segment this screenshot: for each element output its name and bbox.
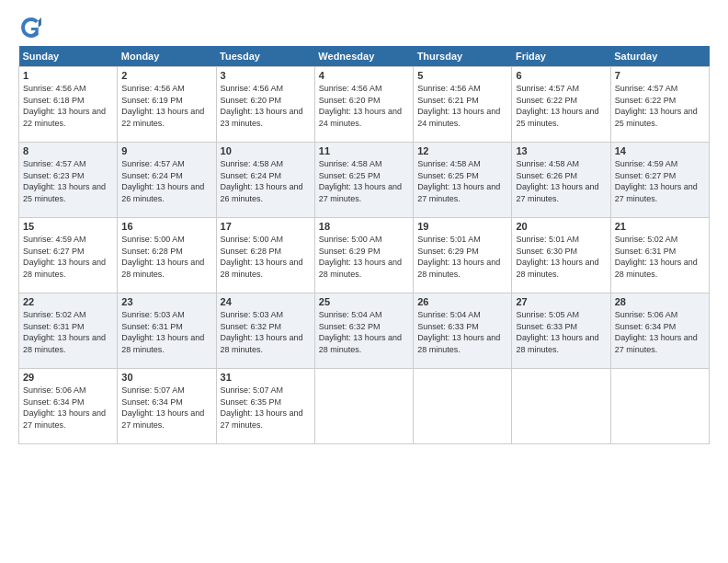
day-cell-17: 17Sunrise: 5:00 AMSunset: 6:28 PMDayligh… bbox=[216, 218, 314, 293]
day-info: Sunrise: 5:04 AMSunset: 6:33 PMDaylight:… bbox=[417, 309, 507, 355]
day-number: 12 bbox=[417, 145, 507, 156]
day-info: Sunrise: 4:56 AMSunset: 6:21 PMDaylight:… bbox=[417, 83, 507, 129]
day-cell-18: 18Sunrise: 5:00 AMSunset: 6:29 PMDayligh… bbox=[314, 218, 413, 293]
empty-cell bbox=[610, 369, 709, 444]
day-number: 31 bbox=[221, 372, 311, 383]
week-row-1: 1Sunrise: 4:56 AMSunset: 6:18 PMDaylight… bbox=[19, 67, 710, 143]
day-number: 2 bbox=[121, 70, 211, 81]
day-cell-8: 8Sunrise: 4:57 AMSunset: 6:23 PMDaylight… bbox=[19, 143, 118, 218]
day-cell-13: 13Sunrise: 4:58 AMSunset: 6:26 PMDayligh… bbox=[512, 143, 610, 218]
day-info: Sunrise: 5:03 AMSunset: 6:31 PMDaylight:… bbox=[121, 309, 211, 355]
header bbox=[18, 15, 710, 40]
day-cell-3: 3Sunrise: 4:56 AMSunset: 6:20 PMDaylight… bbox=[216, 67, 314, 143]
day-number: 17 bbox=[221, 221, 311, 232]
day-info: Sunrise: 4:58 AMSunset: 6:26 PMDaylight:… bbox=[516, 158, 606, 204]
day-info: Sunrise: 5:07 AMSunset: 6:35 PMDaylight:… bbox=[221, 385, 311, 431]
day-number: 29 bbox=[23, 372, 113, 383]
day-info: Sunrise: 5:00 AMSunset: 6:29 PMDaylight:… bbox=[319, 234, 409, 280]
week-row-2: 8Sunrise: 4:57 AMSunset: 6:23 PMDaylight… bbox=[19, 143, 710, 218]
day-number: 26 bbox=[417, 296, 507, 307]
day-info: Sunrise: 4:56 AMSunset: 6:20 PMDaylight:… bbox=[221, 83, 311, 129]
day-info: Sunrise: 4:58 AMSunset: 6:25 PMDaylight:… bbox=[319, 158, 409, 204]
day-info: Sunrise: 4:57 AMSunset: 6:23 PMDaylight:… bbox=[23, 158, 113, 204]
col-header-monday: Monday bbox=[118, 46, 216, 67]
day-number: 23 bbox=[121, 296, 211, 307]
col-header-tuesday: Tuesday bbox=[216, 46, 314, 67]
day-info: Sunrise: 4:58 AMSunset: 6:25 PMDaylight:… bbox=[417, 158, 507, 204]
day-number: 28 bbox=[615, 296, 705, 307]
day-info: Sunrise: 5:00 AMSunset: 6:28 PMDaylight:… bbox=[121, 234, 211, 280]
day-number: 10 bbox=[221, 145, 311, 156]
day-cell-6: 6Sunrise: 4:57 AMSunset: 6:22 PMDaylight… bbox=[512, 67, 610, 143]
col-header-sunday: Sunday bbox=[19, 46, 118, 67]
day-number: 18 bbox=[319, 221, 409, 232]
day-info: Sunrise: 5:07 AMSunset: 6:34 PMDaylight:… bbox=[121, 385, 211, 431]
day-cell-1: 1Sunrise: 4:56 AMSunset: 6:18 PMDaylight… bbox=[19, 67, 118, 143]
day-number: 15 bbox=[23, 221, 113, 232]
day-number: 25 bbox=[319, 296, 409, 307]
logo bbox=[18, 15, 48, 40]
day-info: Sunrise: 5:00 AMSunset: 6:28 PMDaylight:… bbox=[221, 234, 311, 280]
day-cell-19: 19Sunrise: 5:01 AMSunset: 6:29 PMDayligh… bbox=[414, 218, 512, 293]
day-cell-15: 15Sunrise: 4:59 AMSunset: 6:27 PMDayligh… bbox=[19, 218, 118, 293]
day-number: 3 bbox=[221, 70, 311, 81]
day-cell-11: 11Sunrise: 4:58 AMSunset: 6:25 PMDayligh… bbox=[314, 143, 413, 218]
day-number: 1 bbox=[23, 70, 113, 81]
day-info: Sunrise: 5:06 AMSunset: 6:34 PMDaylight:… bbox=[615, 309, 705, 355]
day-number: 13 bbox=[516, 145, 606, 156]
day-cell-20: 20Sunrise: 5:01 AMSunset: 6:30 PMDayligh… bbox=[512, 218, 610, 293]
day-cell-26: 26Sunrise: 5:04 AMSunset: 6:33 PMDayligh… bbox=[414, 293, 512, 369]
day-number: 24 bbox=[221, 296, 311, 307]
day-info: Sunrise: 5:01 AMSunset: 6:30 PMDaylight:… bbox=[516, 234, 606, 280]
col-header-friday: Friday bbox=[512, 46, 610, 67]
day-number: 8 bbox=[23, 145, 113, 156]
logo-icon bbox=[18, 15, 44, 40]
week-row-5: 29Sunrise: 5:06 AMSunset: 6:34 PMDayligh… bbox=[19, 369, 710, 444]
empty-cell bbox=[414, 369, 512, 444]
day-cell-14: 14Sunrise: 4:59 AMSunset: 6:27 PMDayligh… bbox=[610, 143, 709, 218]
day-info: Sunrise: 4:56 AMSunset: 6:18 PMDaylight:… bbox=[23, 83, 113, 129]
day-number: 19 bbox=[417, 221, 507, 232]
empty-cell bbox=[314, 369, 413, 444]
col-header-thursday: Thursday bbox=[414, 46, 512, 67]
day-cell-24: 24Sunrise: 5:03 AMSunset: 6:32 PMDayligh… bbox=[216, 293, 314, 369]
day-cell-23: 23Sunrise: 5:03 AMSunset: 6:31 PMDayligh… bbox=[118, 293, 216, 369]
day-number: 6 bbox=[516, 70, 606, 81]
day-cell-27: 27Sunrise: 5:05 AMSunset: 6:33 PMDayligh… bbox=[512, 293, 610, 369]
day-number: 22 bbox=[23, 296, 113, 307]
day-number: 5 bbox=[417, 70, 507, 81]
day-number: 9 bbox=[121, 145, 211, 156]
day-info: Sunrise: 4:57 AMSunset: 6:24 PMDaylight:… bbox=[121, 158, 211, 204]
day-cell-16: 16Sunrise: 5:00 AMSunset: 6:28 PMDayligh… bbox=[118, 218, 216, 293]
page: SundayMondayTuesdayWednesdayThursdayFrid… bbox=[0, 0, 728, 563]
day-cell-4: 4Sunrise: 4:56 AMSunset: 6:20 PMDaylight… bbox=[314, 67, 413, 143]
day-cell-10: 10Sunrise: 4:58 AMSunset: 6:24 PMDayligh… bbox=[216, 143, 314, 218]
day-cell-25: 25Sunrise: 5:04 AMSunset: 6:32 PMDayligh… bbox=[314, 293, 413, 369]
day-info: Sunrise: 4:56 AMSunset: 6:19 PMDaylight:… bbox=[121, 83, 211, 129]
day-info: Sunrise: 5:02 AMSunset: 6:31 PMDaylight:… bbox=[615, 234, 705, 280]
day-info: Sunrise: 4:59 AMSunset: 6:27 PMDaylight:… bbox=[23, 234, 113, 280]
day-number: 21 bbox=[615, 221, 705, 232]
day-cell-29: 29Sunrise: 5:06 AMSunset: 6:34 PMDayligh… bbox=[19, 369, 118, 444]
day-info: Sunrise: 4:58 AMSunset: 6:24 PMDaylight:… bbox=[221, 158, 311, 204]
day-number: 11 bbox=[319, 145, 409, 156]
day-cell-21: 21Sunrise: 5:02 AMSunset: 6:31 PMDayligh… bbox=[610, 218, 709, 293]
day-number: 14 bbox=[615, 145, 705, 156]
week-row-3: 15Sunrise: 4:59 AMSunset: 6:27 PMDayligh… bbox=[19, 218, 710, 293]
empty-cell bbox=[512, 369, 610, 444]
day-number: 27 bbox=[516, 296, 606, 307]
day-cell-2: 2Sunrise: 4:56 AMSunset: 6:19 PMDaylight… bbox=[118, 67, 216, 143]
day-info: Sunrise: 5:04 AMSunset: 6:32 PMDaylight:… bbox=[319, 309, 409, 355]
day-number: 7 bbox=[615, 70, 705, 81]
day-info: Sunrise: 5:02 AMSunset: 6:31 PMDaylight:… bbox=[23, 309, 113, 355]
day-cell-9: 9Sunrise: 4:57 AMSunset: 6:24 PMDaylight… bbox=[118, 143, 216, 218]
day-cell-5: 5Sunrise: 4:56 AMSunset: 6:21 PMDaylight… bbox=[414, 67, 512, 143]
day-info: Sunrise: 5:03 AMSunset: 6:32 PMDaylight:… bbox=[221, 309, 311, 355]
col-header-wednesday: Wednesday bbox=[314, 46, 413, 67]
day-cell-12: 12Sunrise: 4:58 AMSunset: 6:25 PMDayligh… bbox=[414, 143, 512, 218]
day-cell-30: 30Sunrise: 5:07 AMSunset: 6:34 PMDayligh… bbox=[118, 369, 216, 444]
calendar-table: SundayMondayTuesdayWednesdayThursdayFrid… bbox=[18, 46, 710, 444]
day-number: 30 bbox=[121, 372, 211, 383]
col-header-saturday: Saturday bbox=[610, 46, 709, 67]
day-cell-28: 28Sunrise: 5:06 AMSunset: 6:34 PMDayligh… bbox=[610, 293, 709, 369]
